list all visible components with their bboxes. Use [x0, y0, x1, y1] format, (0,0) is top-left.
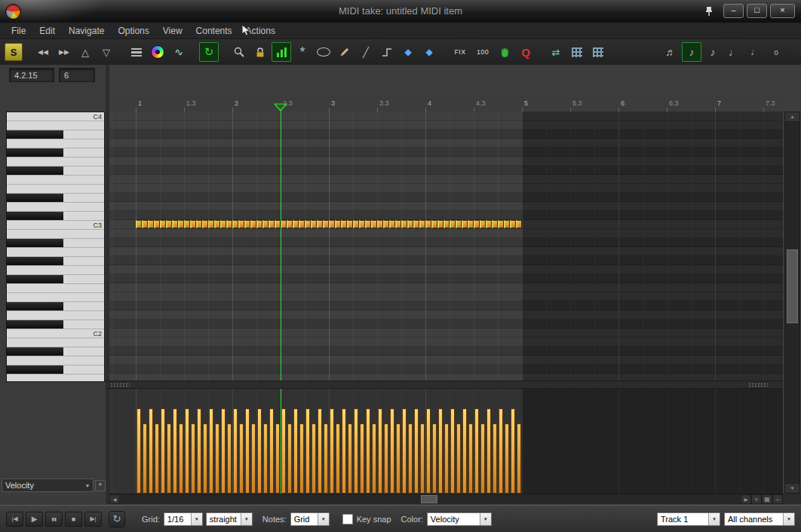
- midi-note[interactable]: [220, 220, 226, 228]
- midi-note[interactable]: [166, 220, 172, 228]
- velocity-bar[interactable]: [161, 408, 165, 494]
- pin-icon[interactable]: [704, 5, 714, 17]
- transpose-down-icon[interactable]: ▽: [97, 42, 116, 62]
- transpose-up-icon[interactable]: △: [75, 42, 95, 62]
- piano-key-black[interactable]: [7, 320, 104, 329]
- velocity-bar[interactable]: [233, 408, 238, 494]
- midi-note[interactable]: [299, 220, 305, 228]
- close-button[interactable]: ×: [770, 4, 795, 18]
- shape-ellipse-icon[interactable]: [314, 42, 333, 62]
- velocity-bar[interactable]: [179, 423, 183, 494]
- piano-keyboard[interactable]: C4C3C2: [6, 112, 105, 382]
- velocity-bar[interactable]: [384, 423, 388, 494]
- midi-note[interactable]: [443, 220, 450, 228]
- velocity-bar[interactable]: [360, 423, 364, 494]
- midi-note[interactable]: [468, 220, 474, 228]
- velocity-bar[interactable]: [480, 423, 485, 494]
- h-scroll-thumb[interactable]: [421, 495, 437, 503]
- piano-key-white[interactable]: [7, 248, 104, 257]
- velocity-bar[interactable]: [245, 408, 250, 494]
- dotted-grid-icon[interactable]: [567, 42, 587, 62]
- midi-note[interactable]: [275, 220, 281, 228]
- midi-note[interactable]: [208, 220, 214, 228]
- piano-key-white[interactable]: [7, 203, 104, 212]
- piano-key-white[interactable]: [7, 221, 104, 230]
- velocity-lane[interactable]: [109, 389, 783, 494]
- solo-button[interactable]: S: [5, 43, 23, 61]
- note-length-1-16-button[interactable]: ♪: [682, 42, 701, 62]
- midi-note[interactable]: [190, 220, 196, 228]
- velocity-bar[interactable]: [257, 408, 262, 494]
- velocity-bar[interactable]: [396, 423, 400, 494]
- midi-note[interactable]: [347, 220, 353, 228]
- velocity-bar[interactable]: [299, 423, 304, 494]
- pause-button[interactable]: ▮▮: [45, 512, 63, 527]
- velocity-bar[interactable]: [269, 408, 274, 494]
- piano-key-black[interactable]: [7, 275, 104, 284]
- midi-note[interactable]: [510, 220, 516, 228]
- velocity-bar[interactable]: [227, 423, 232, 494]
- piano-key-white[interactable]: [7, 375, 104, 382]
- piano-key-black[interactable]: [7, 194, 104, 203]
- midi-note[interactable]: [353, 220, 359, 228]
- track-select[interactable]: Track 1 ▾: [657, 512, 720, 526]
- sync-button[interactable]: ↻: [109, 511, 125, 527]
- velocity-bar[interactable]: [143, 423, 147, 494]
- piano-key-white[interactable]: [7, 293, 104, 302]
- draw-step-icon[interactable]: [377, 42, 397, 62]
- velocity-bar[interactable]: [486, 408, 491, 494]
- midi-note[interactable]: [486, 220, 492, 228]
- midi-note[interactable]: [425, 220, 431, 228]
- midi-note[interactable]: [136, 220, 142, 228]
- glue-notes-icon[interactable]: ↻: [199, 42, 219, 62]
- zoom-grid-button[interactable]: ▦: [762, 494, 772, 504]
- midi-note[interactable]: [480, 220, 486, 228]
- velocity-bar[interactable]: [402, 408, 407, 494]
- piano-key-white[interactable]: [7, 157, 104, 167]
- velocity-bar[interactable]: [287, 423, 292, 494]
- midi-note[interactable]: [419, 220, 425, 228]
- note-length-1-32-button[interactable]: ♬: [661, 42, 680, 62]
- velocity-bar[interactable]: [191, 423, 195, 494]
- scroll-down-icon[interactable]: ▼: [785, 483, 799, 493]
- midi-note[interactable]: [202, 220, 208, 228]
- menu-item-file[interactable]: File: [5, 23, 32, 38]
- midi-note[interactable]: [281, 220, 287, 228]
- note-length-1-2-button[interactable]: ♩: [745, 42, 765, 62]
- midi-note[interactable]: [359, 220, 365, 228]
- piano-key-black[interactable]: [7, 347, 104, 356]
- velocity-bar[interactable]: [456, 423, 461, 494]
- midi-note[interactable]: [407, 220, 413, 228]
- swap-arrows-icon[interactable]: ⇄: [546, 42, 566, 62]
- quantize-button[interactable]: Q: [516, 42, 536, 62]
- humanize-icon[interactable]: *: [293, 42, 312, 62]
- velocity-bar[interactable]: [239, 423, 244, 494]
- title-bar[interactable]: MIDI take: untitled MIDI item – □ ×: [0, 0, 801, 23]
- midi-note[interactable]: [413, 220, 419, 228]
- velocity-bar[interactable]: [444, 423, 449, 494]
- nav-next-measure-icon[interactable]: ▶▶: [54, 42, 74, 62]
- velocity-bar[interactable]: [493, 423, 497, 494]
- notes-grid-select[interactable]: Grid ▾: [290, 512, 330, 526]
- lane-splitter[interactable]: [106, 381, 783, 389]
- piano-key-white[interactable]: [7, 311, 104, 320]
- midi-note[interactable]: [462, 220, 468, 228]
- select-right-edge-icon[interactable]: ◆: [419, 42, 439, 62]
- edit-cursor-marker[interactable]: [274, 103, 287, 112]
- velocity-bar[interactable]: [378, 408, 382, 494]
- midi-note[interactable]: [437, 220, 443, 228]
- playhead[interactable]: [281, 389, 281, 494]
- zoom-to-notes-icon[interactable]: [229, 42, 249, 62]
- velocity-bar[interactable]: [155, 423, 159, 494]
- midi-note[interactable]: [154, 220, 160, 228]
- velocity-bar[interactable]: [366, 408, 370, 494]
- menu-item-options[interactable]: Options: [111, 23, 155, 38]
- velocity-bar[interactable]: [305, 408, 310, 494]
- color-mode-select[interactable]: Velocity ▾: [427, 512, 492, 526]
- midi-note[interactable]: [492, 220, 498, 228]
- midi-note[interactable]: [269, 220, 275, 228]
- zoom-out-button[interactable]: −: [772, 494, 783, 504]
- lock-icon[interactable]: [250, 42, 270, 62]
- scroll-right-icon[interactable]: ▶: [741, 494, 751, 504]
- midi-note[interactable]: [456, 220, 462, 228]
